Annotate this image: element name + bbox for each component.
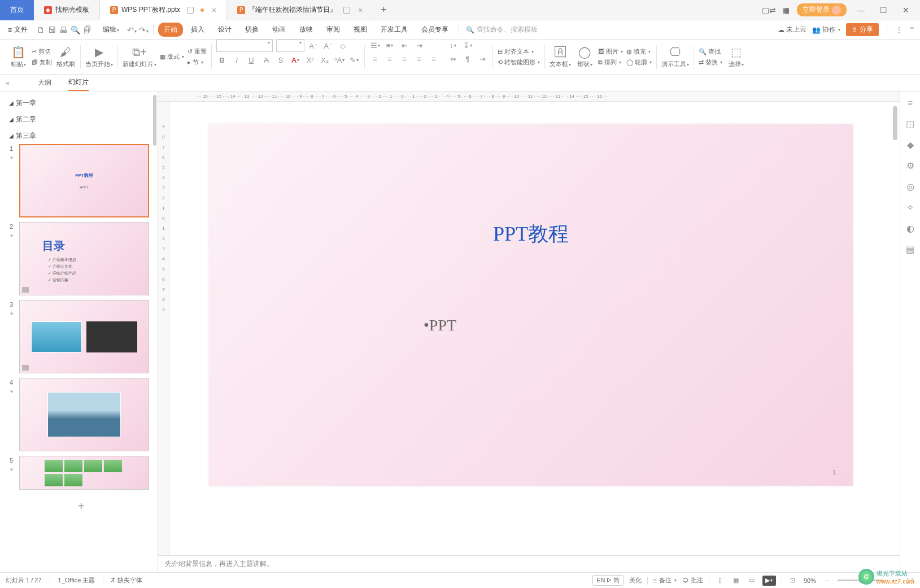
chapter-1[interactable]: ◢第一章 <box>7 95 155 111</box>
expand-icon[interactable]: ⌃ <box>909 25 915 34</box>
slide-canvas[interactable]: PPT教程 •PPT 1 <box>209 124 853 486</box>
tab-button[interactable]: ⇥ <box>477 53 488 64</box>
paste-button[interactable]: 📋粘贴▾ <box>8 45 28 68</box>
vertical-ruler[interactable]: 9876543210123456789 <box>158 102 169 555</box>
bold-button[interactable]: B <box>216 54 228 66</box>
slide-count[interactable]: 幻灯片 1 / 27 <box>6 576 42 585</box>
outline-tab[interactable]: 大纲 <box>38 75 51 90</box>
slide-title[interactable]: PPT教程 <box>209 220 853 248</box>
share-button[interactable]: ⇧分享 <box>846 23 879 36</box>
chapter-3[interactable]: ◢第三章 <box>7 128 155 144</box>
scrollbar[interactable] <box>893 106 897 140</box>
skin-icon[interactable]: ▢⇄ <box>763 5 774 16</box>
message-icon[interactable] <box>187 7 194 14</box>
align-justify-button[interactable]: ≡ <box>413 53 425 64</box>
cloud-button[interactable]: ☁未上云 <box>778 25 806 34</box>
collab-button[interactable]: 👥协作▾ <box>812 25 840 34</box>
rail-animation-icon[interactable]: ✧ <box>906 202 914 213</box>
comments-toggle[interactable]: 🗨批注 <box>682 576 703 585</box>
star-icon[interactable]: ✦ <box>9 466 14 473</box>
tab-view[interactable]: 视图 <box>348 23 373 37</box>
fill-button[interactable]: ◍填充▾ <box>626 47 652 56</box>
text-direction-button[interactable]: ↧▾ <box>462 40 473 51</box>
command-search[interactable]: 🔍 查找命令、搜索模板 <box>466 25 538 34</box>
tab-devtools[interactable]: 开发工具 <box>375 23 413 37</box>
tab-start[interactable]: 开始 <box>158 23 183 37</box>
tab-active-file[interactable]: P WPS PPT教程.pptx × <box>100 0 227 20</box>
replace-button[interactable]: ⇄替换▾ <box>699 58 722 67</box>
beautify-button[interactable]: 美化 <box>629 576 642 585</box>
export-icon[interactable]: 🗐 <box>84 25 91 34</box>
italic-button[interactable]: I <box>231 54 242 66</box>
add-slide-button[interactable]: + <box>7 494 155 519</box>
tab-design[interactable]: 设计 <box>212 23 237 37</box>
slide-thumb-1[interactable]: PPT教程•PPT <box>19 144 149 217</box>
bullets-button[interactable]: ☰▾ <box>369 40 381 51</box>
message-icon[interactable] <box>343 7 350 14</box>
theme-name[interactable]: 1_Office 主题 <box>58 576 95 585</box>
superscript-button[interactable]: X² <box>304 54 316 66</box>
normal-view-button[interactable]: ▯ <box>715 576 725 586</box>
redo-button[interactable]: ↷▾ <box>139 25 149 34</box>
new-slide-button[interactable]: ⧉+新建幻灯片▾ <box>123 46 156 68</box>
close-button[interactable]: ✕ <box>897 6 914 15</box>
shape-button[interactable]: ◯形状▾ <box>574 45 595 68</box>
rail-color-icon[interactable]: ◐ <box>906 223 914 234</box>
zoom-out-button[interactable]: − <box>822 576 832 586</box>
font-select[interactable]: ▾ <box>216 40 273 52</box>
maximize-button[interactable]: ☐ <box>875 6 892 15</box>
clear-format-button[interactable]: ◇ <box>337 40 348 51</box>
select-button[interactable]: ⬚选择▾ <box>726 45 746 68</box>
zoom-value[interactable]: 90% <box>804 577 816 584</box>
font-size-select[interactable]: ▾ <box>276 40 304 52</box>
notes-pane[interactable]: 先介绍背景信息，再进入主题讲解。 <box>158 555 900 572</box>
tab-home[interactable]: 首页 <box>0 0 34 20</box>
find-button[interactable]: 🔍查找 <box>699 47 722 56</box>
star-icon[interactable]: ✦ <box>9 310 14 317</box>
grow-font-button[interactable]: A⁺ <box>308 40 319 51</box>
undo-button[interactable]: ↶▾ <box>127 25 137 34</box>
login-button[interactable]: 立即登录 <box>797 3 847 16</box>
from-current-button[interactable]: ▶当页开始▾ <box>85 45 113 68</box>
sorter-view-button[interactable]: ▦ <box>731 576 741 586</box>
slides-tab[interactable]: 幻灯片 <box>68 75 89 91</box>
char-spacing-button[interactable]: ⇔ <box>447 53 459 64</box>
textbox-button[interactable]: 🄰文本框▾ <box>550 46 571 68</box>
rail-style-icon[interactable]: ◆ <box>907 140 914 150</box>
slide-thumb-5[interactable] <box>19 456 149 490</box>
section-button[interactable]: ▸节▾ <box>188 58 207 67</box>
indent-dec-button[interactable]: ⇤ <box>399 40 410 51</box>
shrink-font-button[interactable]: A⁻ <box>322 40 334 51</box>
edit-menu[interactable]: 编辑▾ <box>97 23 125 37</box>
file-menu[interactable]: ≡ 文件 <box>5 24 31 36</box>
tab-animation[interactable]: 动画 <box>267 23 291 37</box>
chapter-2[interactable]: ◢第二章 <box>7 111 155 128</box>
slide-thumb-4[interactable] <box>19 378 149 451</box>
apps-icon[interactable]: ▦ <box>780 5 791 16</box>
distribute-button[interactable]: ≡ <box>428 53 439 64</box>
indent-inc-button[interactable]: ⇥ <box>413 40 425 51</box>
convert-smartart-button[interactable]: ⟲转智能图形▾ <box>498 58 540 67</box>
rail-template-icon[interactable]: ◫ <box>906 119 914 129</box>
rail-layers-icon[interactable]: ▤ <box>906 244 914 255</box>
tab-add-button[interactable]: + <box>373 4 394 16</box>
missing-font-button[interactable]: T̸缺失字体 <box>111 576 142 585</box>
line-spacing-button[interactable]: ↕▾ <box>447 40 459 51</box>
font-color-button[interactable]: A▾ <box>290 54 301 66</box>
star-icon[interactable]: ✦ <box>9 232 14 239</box>
underline-button[interactable]: U <box>246 54 257 66</box>
tab-transition[interactable]: 切换 <box>239 23 264 37</box>
notes-toggle[interactable]: ≡备注▾ <box>653 576 677 585</box>
slide-thumb-3[interactable] <box>19 300 149 373</box>
horizontal-ruler[interactable]: · · 16 · · · 15 · · · 14 · · · 13 · · · … <box>158 92 900 102</box>
strikethrough-button[interactable]: S <box>275 54 286 66</box>
align-right-button[interactable]: ≡ <box>399 53 410 64</box>
tab-insert[interactable]: 插入 <box>185 23 210 37</box>
copy-button[interactable]: 🗐复制 <box>32 58 52 67</box>
tab-review[interactable]: 审阅 <box>321 23 346 37</box>
format-painter-button[interactable]: 🖌格式刷 <box>55 46 76 68</box>
reading-view-button[interactable]: ▭ <box>747 576 757 586</box>
layout-button[interactable]: ▦版式▾ <box>160 53 184 61</box>
close-icon[interactable]: × <box>212 6 216 15</box>
rail-expand-icon[interactable]: ≡ <box>908 98 913 108</box>
